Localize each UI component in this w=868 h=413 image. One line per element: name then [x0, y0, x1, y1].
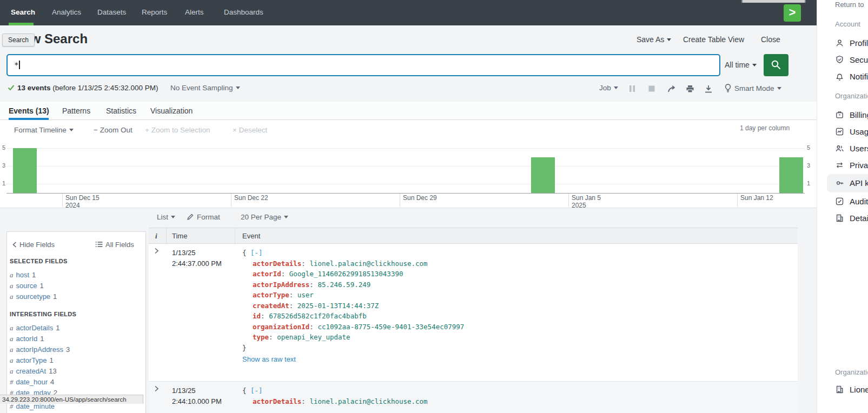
share-button[interactable]: [667, 85, 677, 94]
json-value[interactable]: cc1092aa-8775-459e-9401-33e54ec07997: [317, 323, 464, 331]
field-date-hour[interactable]: #date_hour4: [10, 378, 54, 387]
sidebar-item-usage[interactable]: Usage: [835, 127, 868, 139]
json-collapse-toggle[interactable]: [-]: [250, 387, 263, 395]
json-value[interactable]: user: [297, 291, 314, 299]
stop-button[interactable]: [648, 85, 658, 94]
nav-item-search[interactable]: Search: [11, 8, 35, 16]
json-key[interactable]: createdAt: [253, 302, 297, 310]
json-key[interactable]: actorDetails: [253, 397, 309, 405]
nav-item-datasets[interactable]: Datasets: [97, 8, 126, 16]
close-button[interactable]: Close: [761, 35, 780, 44]
column-header-time[interactable]: Time: [172, 232, 187, 240]
sidebar-item-notifications[interactable]: Notifications: [835, 72, 868, 84]
field-count: 1: [50, 356, 54, 364]
field-host[interactable]: ahost1: [10, 271, 36, 279]
time-range-picker[interactable]: All time: [725, 61, 757, 69]
json-key[interactable]: id: [253, 312, 269, 320]
field-type-icon: #: [10, 378, 14, 386]
search-input[interactable]: *: [6, 54, 720, 76]
all-fields-link[interactable]: All Fields: [95, 241, 134, 249]
field-createdat[interactable]: acreatedAt13: [10, 367, 57, 376]
json-value[interactable]: lionel.palacin@clickhouse.com: [309, 397, 427, 405]
timeline-chart[interactable]: 113355: [6, 139, 805, 193]
sidebar-item-label: Usage: [850, 127, 868, 136]
json-value[interactable]: openapi_key_update: [277, 333, 350, 341]
nav-item-dashboards[interactable]: Dashboards: [224, 8, 263, 16]
sidebar-item-profile[interactable]: Profile: [835, 38, 868, 50]
json-key[interactable]: actorId: [253, 270, 289, 278]
timeline-bar-2025-01-13[interactable]: [779, 157, 803, 193]
return-to-link[interactable]: Return to: [835, 1, 864, 9]
y-axis-label: 1: [2, 180, 5, 186]
json-value[interactable]: Google_114602629918513043390: [289, 270, 403, 278]
json-collapse-toggle[interactable]: [-]: [250, 249, 263, 257]
json-key[interactable]: organizationId: [253, 323, 317, 331]
sidebar-item-audit[interactable]: Audit: [835, 197, 868, 209]
sidebar-item-security[interactable]: Security: [835, 55, 868, 67]
event-timestamp[interactable]: 1/13/252:44:37.000 PM: [172, 248, 222, 269]
tab-visualization[interactable]: Visualization: [150, 106, 193, 115]
timeline-bar-2024-12-12[interactable]: [13, 148, 37, 193]
sidebar-item-private-endpoints[interactable]: Private endpoints: [835, 161, 868, 172]
field-actoripaddress[interactable]: aactorIpAddress3: [10, 345, 70, 354]
selected-fields-header: SELECTED FIELDS: [10, 258, 68, 264]
x-axis-tick: [737, 194, 738, 206]
sidebar-item-label: Audit: [850, 197, 868, 206]
sidebar-item-details[interactable]: Details: [835, 214, 868, 225]
event-sampling-dropdown[interactable]: No Event Sampling: [170, 84, 240, 92]
format-results-button[interactable]: Format: [187, 213, 220, 221]
sidebar-item-organization-name[interactable]: Lionel: [835, 385, 868, 397]
expand-event-chevron[interactable]: [154, 248, 159, 254]
clickhouse-logo[interactable]: >: [784, 4, 801, 22]
json-key[interactable]: actorDetails: [253, 259, 309, 268]
json-key[interactable]: type: [253, 333, 277, 341]
tab-events[interactable]: Events (13): [9, 106, 49, 115]
field-actortype[interactable]: aactorType1: [10, 356, 54, 365]
json-value[interactable]: 85.246.59.249: [317, 281, 370, 289]
field-actordetails[interactable]: aactorDetails1: [10, 324, 59, 332]
sidebar-item-users[interactable]: Users: [835, 144, 868, 156]
list-view-dropdown[interactable]: List: [157, 213, 175, 221]
zoom-out-button[interactable]: − Zoom Out: [94, 126, 132, 134]
events-count: 13 events: [17, 84, 51, 92]
event-timestamp[interactable]: 1/13/252:44:10.000 PM: [172, 385, 222, 407]
expand-event-chevron[interactable]: [154, 385, 159, 392]
json-value[interactable]: 2025-01-13T14:44:37Z: [297, 302, 379, 310]
chevron-down-icon: [284, 216, 288, 218]
field-type-icon: a: [10, 367, 14, 375]
json-key[interactable]: actorType: [253, 291, 297, 299]
field-source[interactable]: asource1: [10, 282, 44, 290]
field-sourcetype[interactable]: asourcetype1: [10, 292, 57, 301]
job-dropdown[interactable]: Job: [599, 84, 618, 92]
pause-button[interactable]: [628, 85, 638, 94]
create-table-view-button[interactable]: Create Table View: [683, 35, 744, 44]
smart-mode-label: Smart Mode: [734, 84, 774, 92]
field-actorid[interactable]: aactorId1: [10, 335, 44, 343]
format-timeline-dropdown[interactable]: Format Timeline: [14, 126, 74, 134]
tab-statistics[interactable]: Statistics: [106, 106, 136, 115]
export-button[interactable]: [704, 85, 714, 94]
per-page-dropdown[interactable]: 20 Per Page: [241, 213, 288, 221]
sidebar-item-api-keys[interactable]: API keys: [835, 178, 868, 190]
x-axis-label: Sun Dec 22: [234, 194, 268, 202]
json-value[interactable]: lionel.palacin@clickhouse.com: [309, 259, 427, 268]
smart-mode-dropdown[interactable]: Smart Mode: [725, 84, 781, 92]
search-submit-button[interactable]: [764, 54, 789, 76]
show-raw-text-link[interactable]: Show as raw text: [242, 354, 464, 365]
field-count: 1: [40, 282, 44, 290]
nav-item-reports[interactable]: Reports: [142, 8, 167, 16]
interesting-fields-header: INTERESTING FIELDS: [10, 311, 76, 317]
tab-patterns[interactable]: Patterns: [62, 106, 90, 115]
json-value[interactable]: 678526d582c1f20fac4babfb: [269, 312, 367, 320]
timeline-bar-2025-01-02[interactable]: [531, 157, 555, 193]
nav-item-analytics[interactable]: Analytics: [52, 8, 81, 16]
sidebar-item-billing[interactable]: Billing: [835, 110, 868, 122]
text-cursor: [19, 61, 20, 69]
hide-fields-link[interactable]: Hide Fields: [12, 241, 55, 249]
chevron-down-icon: [614, 86, 618, 89]
print-button[interactable]: [686, 85, 695, 94]
nav-item-alerts[interactable]: Alerts: [185, 8, 204, 16]
save-as-button[interactable]: Save As: [637, 35, 671, 44]
audit-icon: [835, 197, 844, 206]
json-key[interactable]: actorIpAddress: [253, 281, 317, 289]
